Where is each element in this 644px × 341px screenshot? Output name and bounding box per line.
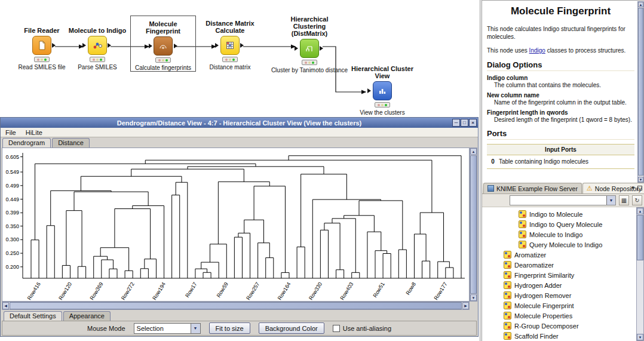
- scroll-down-icon[interactable]: ▼: [638, 177, 643, 182]
- node-title: Molecule to Indigo: [65, 16, 130, 36]
- repo-tree-item-label: Query Molecule to Indigo: [529, 241, 602, 248]
- scroll-thumb[interactable]: [10, 302, 462, 309]
- node-title: Hierarchical Cluster View: [349, 61, 415, 81]
- repo-tree-item[interactable]: Hydrogen Adder: [482, 280, 636, 290]
- dendrogram-svg[interactable]: 0.6050.5490.4990.4490.3990.3500.3000.250…: [2, 148, 469, 301]
- node-mini-icon: [519, 231, 526, 238]
- tab-appearance[interactable]: Appearance: [63, 311, 111, 321]
- help-paragraph: This node calculates Indigo structural f…: [487, 25, 634, 41]
- tab-distance[interactable]: Distance: [52, 138, 90, 148]
- repo-tree-item-label: Molecule Fingerprint: [514, 302, 574, 309]
- repo-tree-item[interactable]: Molecule to Indigo: [482, 229, 636, 239]
- mouse-mode-select[interactable]: Selection ▼: [134, 323, 201, 334]
- molecule-to-indigo-node-icon[interactable]: [88, 36, 107, 55]
- help-text: This node uses: [487, 47, 529, 54]
- node-subtitle: Parse SMILES: [78, 64, 117, 70]
- repo-tree-item[interactable]: Dearomatizer: [482, 260, 636, 270]
- scroll-left-icon[interactable]: ◀: [2, 302, 9, 309]
- scroll-up-icon[interactable]: ▲: [637, 208, 643, 214]
- molecule-fingerprint-node-icon[interactable]: [154, 36, 173, 56]
- node-hierarchical-clustering[interactable]: Hierarchical Clustering (DistMatrix) Clu…: [277, 16, 342, 73]
- repo-tree-item[interactable]: Molecule Properties: [482, 311, 636, 321]
- node-mini-icon: [504, 251, 511, 259]
- repo-tree-item[interactable]: Query Molecule to Indigo: [482, 239, 636, 250]
- scroll-down-icon[interactable]: ▼: [637, 334, 643, 340]
- repo-tree-item[interactable]: Indigo to Molecule: [482, 209, 636, 219]
- svg-text:0.200: 0.200: [5, 264, 19, 270]
- svg-text:Row59: Row59: [216, 281, 229, 299]
- node-hierarchical-cluster-view[interactable]: Hierarchical Cluster View View the clust…: [349, 61, 415, 116]
- maximize-button[interactable]: □: [461, 119, 468, 127]
- grid-view-icon[interactable]: ▦: [619, 195, 629, 205]
- close-button[interactable]: ×: [469, 119, 477, 127]
- svg-text:0.300: 0.300: [5, 236, 19, 242]
- tab-dendrogram[interactable]: Dendrogram: [2, 138, 51, 148]
- repo-tree-item[interactable]: Fingerprint Similarity: [482, 270, 636, 280]
- workflow-canvas: File Reader Read SMILES file Molecule to…: [0, 0, 480, 117]
- scroll-up-icon[interactable]: ▲: [470, 148, 477, 155]
- repo-tree-item[interactable]: R-Group Decomposer: [482, 321, 636, 331]
- menu-file[interactable]: File: [1, 129, 21, 136]
- svg-text:Row403: Row403: [339, 281, 354, 301]
- node-distance-matrix-calculate[interactable]: Distance Matrix Calculate Distance matri…: [197, 16, 263, 70]
- repo-tree: Indigo to MoleculeIndigo to Query Molecu…: [482, 207, 636, 341]
- repo-tree-item[interactable]: Molecule Fingerprint: [482, 300, 636, 311]
- chart-vertical-scrollbar[interactable]: ▲ ▼: [470, 148, 477, 302]
- file-reader-node-icon[interactable]: [32, 36, 51, 55]
- node-mini-icon: [519, 241, 526, 248]
- node-search-input[interactable]: [510, 196, 606, 205]
- tab-knime-example-flow-server[interactable]: KNIME Example Flow Server: [483, 183, 582, 193]
- window-title-bar[interactable]: Dendrogram/Distance View - 4:7 - Hierarc…: [1, 118, 478, 128]
- input-port-icon: [367, 88, 371, 93]
- repo-tree-item[interactable]: Hydrogen Remover: [482, 290, 636, 300]
- indigo-link[interactable]: Indigo: [529, 47, 545, 54]
- help-paragraph: This node uses Indigo classes to process…: [487, 47, 634, 54]
- svg-text:0.449: 0.449: [5, 196, 19, 202]
- minimize-button[interactable]: ─: [452, 119, 460, 127]
- option-entry: Indigo column The column that contains t…: [487, 75, 634, 88]
- node-mini-icon: [504, 281, 511, 289]
- repo-tree-item[interactable]: Scaffold Finder: [482, 331, 636, 341]
- scroll-thumb[interactable]: [638, 8, 643, 176]
- repository-scrollbar[interactable]: ▲ ▼: [636, 207, 644, 341]
- dropdown-arrow-icon[interactable]: ▼: [606, 196, 615, 205]
- scroll-right-icon[interactable]: ▶: [462, 302, 469, 309]
- repo-tree-item-label: Indigo to Query Molecule: [529, 221, 602, 228]
- background-color-button[interactable]: Background Color: [259, 322, 324, 334]
- node-molecule-to-indigo[interactable]: Molecule to Indigo Parse SMILES: [65, 16, 130, 70]
- port-row: 0 Table containing Indigo molecules: [487, 155, 634, 169]
- anti-aliasing-checkbox[interactable]: [333, 325, 340, 332]
- help-text: classes to process structures.: [545, 47, 626, 54]
- scroll-thumb[interactable]: [470, 155, 477, 294]
- hierarchical-clustering-node-icon[interactable]: [300, 39, 319, 58]
- scroll-down-icon[interactable]: ▼: [470, 294, 477, 301]
- menu-hilite[interactable]: HiLite: [21, 129, 47, 136]
- node-search-combo[interactable]: ▼: [510, 195, 616, 205]
- traffic-light: [90, 57, 105, 62]
- refresh-icon[interactable]: ↻: [632, 195, 642, 205]
- repo-tree-item-label: Hydrogen Adder: [514, 282, 562, 289]
- node-title: Molecule Fingerprint: [131, 16, 195, 36]
- output-port-icon: [320, 46, 323, 51]
- port-description: Table containing Indigo molecules: [499, 158, 588, 165]
- maximize-view-icon[interactable]: [637, 186, 642, 191]
- chart-horizontal-scrollbar[interactable]: ◀ ▶: [2, 302, 470, 310]
- tab-default-settings[interactable]: Default Settings: [4, 311, 62, 321]
- scroll-thumb[interactable]: [637, 215, 643, 260]
- fit-to-size-button[interactable]: Fit to size: [209, 322, 250, 334]
- repo-tree-item[interactable]: Indigo to Query Molecule: [482, 219, 636, 229]
- traffic-light: [155, 57, 171, 63]
- cluster-view-node-icon[interactable]: [373, 81, 392, 100]
- node-mini-icon: [519, 220, 526, 228]
- help-scrollbar[interactable]: ▲ ▼: [637, 1, 644, 183]
- dendrogram-chart[interactable]: 0.6050.5490.4990.4490.3990.3500.3000.250…: [2, 148, 470, 302]
- dropdown-arrow-icon[interactable]: ▼: [191, 324, 200, 333]
- repo-tree-item[interactable]: Aromatizer: [482, 250, 636, 260]
- output-port-icon: [52, 43, 56, 48]
- distance-matrix-node-icon[interactable]: [220, 36, 240, 55]
- view-menu-icon[interactable]: ▾: [631, 185, 634, 191]
- scroll-up-icon[interactable]: ▲: [638, 2, 643, 7]
- svg-text:Row369: Row369: [89, 281, 105, 301]
- flow-server-icon: [487, 185, 494, 192]
- node-molecule-fingerprint[interactable]: Molecule Fingerprint Calculate fingerpri…: [130, 16, 196, 72]
